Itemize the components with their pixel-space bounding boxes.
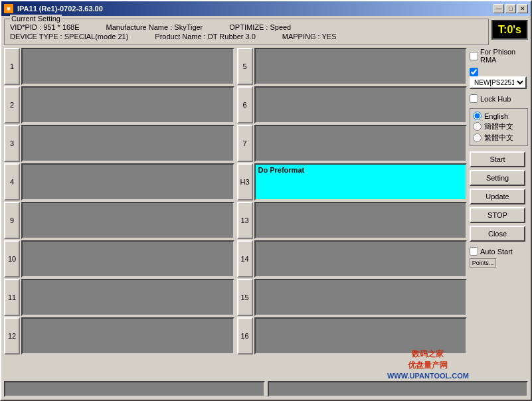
port-btn-14[interactable]: 14: [237, 240, 253, 278]
auto-start-checkbox[interactable]: [470, 247, 478, 256]
port-btn-5[interactable]: 5: [237, 48, 253, 85]
port-display-10: [21, 240, 234, 278]
lock-hub-checkbox[interactable]: [470, 94, 478, 103]
port-row-4: 4: [4, 163, 234, 200]
setting-row-2: DEVICE TYPE : SPECIAL(mode 21) Product N…: [10, 33, 483, 40]
window-title: IPA11 (Re1)-0702-3.63.00: [17, 5, 103, 13]
auto-start-label[interactable]: Auto Start: [470, 247, 513, 256]
port-display-11: [21, 279, 234, 316]
port-row-3: 3: [4, 125, 234, 162]
current-setting-panel: Current Setting VID*PID : 951 * 168E Man…: [4, 19, 489, 45]
port-display-2: [21, 86, 234, 123]
port-row-11: 11: [4, 279, 234, 316]
port-btn-1[interactable]: 1: [4, 48, 20, 85]
port-btn-10[interactable]: 10: [4, 240, 20, 278]
bottom-display-left: [4, 381, 265, 397]
dropdown-checkbox-label[interactable]: [470, 68, 528, 76]
action-buttons: Start Setting Update STOP Close: [470, 151, 528, 242]
port-row-16: 16: [237, 317, 468, 355]
port-btn-12[interactable]: 12: [4, 317, 20, 355]
app-icon: ■: [4, 4, 13, 13]
right-panel: For Phison RMA NEW[PS2251-03 + Toshibaj.…: [470, 48, 528, 378]
port-btn-7[interactable]: 7: [237, 125, 253, 162]
port-btn-6[interactable]: 6: [237, 86, 253, 123]
mapping: MAPPING : YES: [282, 33, 337, 40]
port-display-5: [254, 48, 468, 85]
port-display-9: [21, 202, 234, 239]
port-display-1: [21, 48, 234, 85]
port-display-4: [21, 163, 234, 200]
port-display-6: [254, 86, 468, 123]
ports-left-column: 12349101112: [4, 48, 234, 378]
port-btn-11[interactable]: 11: [4, 279, 20, 316]
close-button-main[interactable]: Close: [470, 226, 525, 242]
port-display-13: [254, 202, 468, 239]
port-row-10: 10: [4, 240, 234, 278]
port-display-14: [254, 240, 468, 278]
maximize-button[interactable]: □: [505, 4, 516, 13]
manufacture: Manufacture Name : SkyTiger: [106, 23, 203, 31]
radio-traditional[interactable]: 繁體中文: [473, 133, 525, 143]
port-display-7: [254, 125, 468, 162]
port-display-15: [254, 279, 468, 316]
rma-label[interactable]: For Phison RMA: [470, 48, 528, 64]
device-type: DEVICE TYPE : SPECIAL(mode 21): [10, 33, 128, 40]
close-button[interactable]: ✕: [517, 4, 528, 13]
bottom-display-right: [268, 381, 529, 397]
port-row-13: 13: [237, 202, 468, 239]
main-window: ■ IPA11 (Re1)-0702-3.63.00 — □ ✕ Current…: [0, 0, 532, 401]
port-btn-13[interactable]: 13: [237, 202, 253, 239]
points-button[interactable]: Points...: [470, 258, 496, 268]
port-btn-4[interactable]: 4: [4, 163, 20, 200]
main-area: 12349101112 567H3Do Preformat13141516 Fo…: [4, 48, 528, 378]
stop-button[interactable]: STOP: [470, 207, 525, 223]
port-row-2: 2: [4, 86, 234, 123]
vid-pid: VID*PID : 951 * 168E: [10, 23, 80, 31]
window-controls: — □ ✕: [493, 4, 528, 13]
port-row-15: 15: [237, 279, 468, 316]
port-btn-15[interactable]: 15: [237, 279, 253, 316]
optimize: OPTIMIZE : Speed: [229, 23, 291, 31]
radio-english[interactable]: English: [473, 112, 525, 120]
auto-start-row: Auto Start: [470, 247, 528, 256]
port-row-1: 1: [4, 48, 234, 85]
port-display-12: [21, 317, 234, 355]
title-bar: ■ IPA11 (Re1)-0702-3.63.00 — □ ✕: [1, 1, 531, 16]
port-row-12: 12: [4, 317, 234, 355]
dropdown-checkbox[interactable]: [470, 68, 478, 76]
port-row-9: 9: [4, 202, 234, 239]
port-display-16: [254, 317, 468, 355]
bottom-bar: [4, 381, 528, 397]
language-group: English 簡體中文 繁體中文: [470, 108, 528, 146]
profile-dropdown[interactable]: NEW[PS2251-03 + Toshibaj.ir: [470, 76, 527, 89]
window-body: Current Setting VID*PID : 951 * 168E Man…: [1, 16, 531, 400]
port-btn-2[interactable]: 2: [4, 86, 20, 123]
radio-simplified[interactable]: 簡體中文: [473, 121, 525, 131]
product-name: Product Name : DT Rubber 3.0: [155, 33, 255, 40]
start-button[interactable]: Start: [470, 151, 525, 167]
port-row-5: 5: [237, 48, 468, 85]
lock-hub-label[interactable]: Lock Hub: [470, 94, 528, 103]
setting-button[interactable]: Setting: [470, 170, 525, 186]
port-display-H3: Do Preformat: [254, 163, 468, 200]
setting-row-1: VID*PID : 951 * 168E Manufacture Name : …: [10, 23, 483, 31]
port-display-3: [21, 125, 234, 162]
port-row-7: 7: [237, 125, 468, 162]
port-btn-3[interactable]: 3: [4, 125, 20, 162]
dropdown-area: NEW[PS2251-03 + Toshibaj.ir: [470, 68, 528, 89]
port-row-14: 14: [237, 240, 468, 278]
current-setting-label: Current Setting: [10, 15, 62, 23]
port-btn-16[interactable]: 16: [237, 317, 253, 355]
port-row-H3: H3Do Preformat: [237, 163, 468, 200]
port-btn-9[interactable]: 9: [4, 202, 20, 239]
update-button[interactable]: Update: [470, 189, 525, 204]
rma-checkbox[interactable]: [470, 52, 478, 60]
port-row-6: 6: [237, 86, 468, 123]
ports-right-column: 567H3Do Preformat13141516: [237, 48, 468, 378]
minimize-button[interactable]: —: [493, 4, 504, 13]
status-display: T:0's: [491, 20, 528, 40]
port-btn-H3[interactable]: H3: [237, 163, 253, 200]
